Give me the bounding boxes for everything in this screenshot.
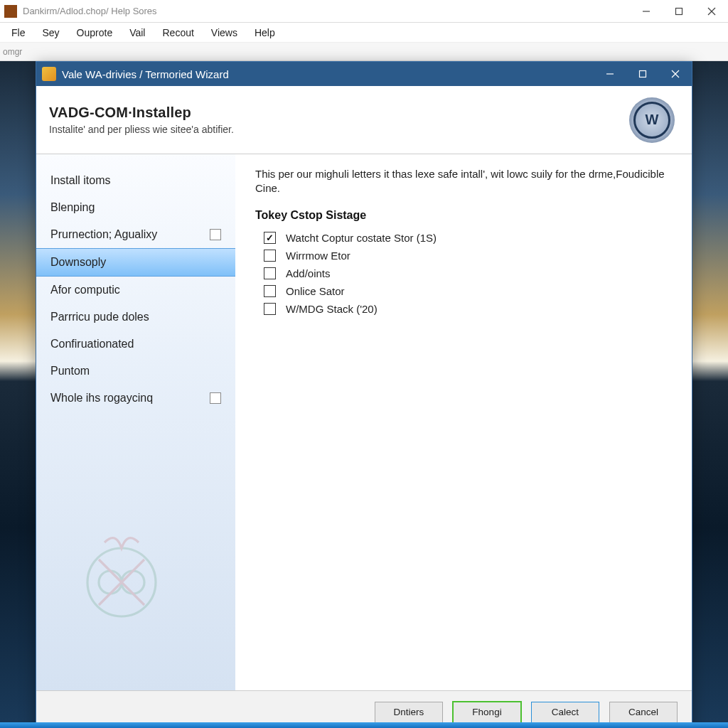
wizard-title: Vale WA-drivies / Termoried Wizard [62, 68, 594, 80]
sidebar-item-label: Puntom [50, 365, 90, 378]
sidebar-item-label: Downsoply [50, 256, 106, 269]
wizard-sidebar: Install itoms Blenping Prurnection; Agua… [36, 154, 235, 690]
section-title: Tokey Cstop Sistage [255, 209, 672, 222]
option-label: Add/oints [286, 267, 331, 279]
app-icon [4, 5, 17, 18]
toolbar-left-label: omgr [3, 47, 22, 57]
svg-point-9 [99, 571, 122, 594]
close-button[interactable] [695, 1, 728, 22]
sidebar-item-afor-computic[interactable]: Afor computic [36, 277, 235, 304]
sidebar-item-prurnection[interactable]: Prurnection; Agualixy [36, 221, 235, 248]
minimize-button[interactable] [630, 1, 663, 22]
menu-sey[interactable]: Sey [33, 25, 68, 41]
checkbox-icon[interactable] [264, 250, 276, 262]
sidebar-item-label: Parrricu pude doles [50, 311, 149, 323]
sidebar-item-label: Whole ihs rogaycinq [50, 392, 153, 405]
checkbox-icon[interactable] [264, 232, 276, 244]
sidebar-item-label: Prurnection; Agualixy [50, 228, 157, 241]
sidebar-watermark-icon [65, 520, 178, 633]
application-window: Dankirm/Adlod.chop/ Help Sores Fle Sey O… [0, 0, 728, 728]
outer-titlebar: Dankirm/Adlod.chop/ Help Sores [0, 0, 728, 23]
vw-logo-icon: W [629, 97, 675, 143]
wizard-minimize-button[interactable] [594, 63, 626, 85]
wizard-icon [42, 67, 56, 81]
taskbar [0, 722, 728, 728]
sidebar-item-label: Afor computic [50, 284, 120, 296]
option-label: Wirrmow Etor [286, 250, 350, 262]
wizard-close-button[interactable] [659, 63, 692, 85]
option-label: Watcht Coptur costate Stor (1S) [286, 232, 437, 244]
wizard-header: VADG-COM·Installep Instalite' and per pl… [36, 86, 692, 154]
option-row[interactable]: W/MDG Stack ('20) [255, 300, 672, 318]
sidebar-item-label: Confiruationated [50, 338, 134, 350]
sidebar-checkbox-icon [210, 229, 221, 240]
sidebar-item-downsoply[interactable]: Downsoply [36, 248, 235, 277]
wizard-body: Install itoms Blenping Prurnection; Agua… [36, 154, 692, 690]
outer-window-title: Dankirm/Adlod.chop/ Help Sores [21, 6, 630, 16]
sidebar-item-label: Install itoms [50, 174, 110, 187]
option-row[interactable]: Add/oints [255, 264, 672, 282]
wizard-window-controls [594, 63, 692, 85]
menu-file[interactable]: Fle [3, 25, 33, 41]
cancel-button[interactable]: Cancel [609, 702, 678, 723]
outer-window-controls [630, 1, 728, 22]
sidebar-item-blenping[interactable]: Blenping [36, 194, 235, 221]
option-row[interactable]: Wirrmow Etor [255, 247, 672, 264]
sidebar-item-install-itoms[interactable]: Install itoms [36, 167, 235, 194]
desktop-area: Vale WA-drivies / Termoried Wizard VADG-… [0, 61, 728, 728]
menu-help[interactable]: Help [246, 25, 284, 41]
vw-logo-text: W [633, 102, 670, 139]
wizard-main-panel: This per our mighuli letters it thas lex… [235, 154, 692, 690]
menu-views[interactable]: Views [203, 25, 246, 41]
dntiers-button[interactable]: Dntiers [375, 702, 443, 723]
sidebar-item-whole-ihs[interactable]: Whole ihs rogaycinq [36, 385, 235, 412]
wizard-maximize-button[interactable] [626, 63, 659, 85]
fhongi-button[interactable]: Fhongi [453, 702, 521, 723]
checkbox-icon[interactable] [264, 285, 276, 297]
sidebar-checkbox-icon [210, 392, 221, 404]
wizard-header-subtitle: Instalite' and per pliess wie sitee'a ab… [49, 124, 629, 135]
outer-toolbar: omgr [0, 43, 728, 61]
svg-rect-1 [676, 8, 682, 14]
wizard-header-title: VADG-COM·Installep [49, 105, 629, 121]
option-label: W/MDG Stack ('20) [286, 303, 378, 315]
menu-ouprote[interactable]: Ouprote [68, 25, 122, 41]
calect-button[interactable]: Calect [531, 702, 599, 723]
wizard-window: Vale WA-drivies / Termoried Wizard VADG-… [36, 61, 692, 728]
option-label: Onlice Sator [286, 285, 345, 297]
maximize-button[interactable] [663, 1, 695, 22]
checkbox-icon[interactable] [264, 303, 276, 315]
outer-menubar: Fle Sey Ouprote Vail Recout Views Help [0, 23, 728, 43]
menu-recout[interactable]: Recout [154, 25, 202, 41]
svg-rect-5 [640, 71, 646, 77]
checkbox-icon[interactable] [264, 267, 276, 279]
svg-point-10 [122, 571, 144, 594]
wizard-header-text: VADG-COM·Installep Instalite' and per pl… [49, 105, 629, 135]
option-row[interactable]: Onlice Sator [255, 282, 672, 300]
sidebar-item-puntom[interactable]: Puntom [36, 358, 235, 385]
sidebar-item-parrricu[interactable]: Parrricu pude doles [36, 304, 235, 331]
sidebar-item-label: Blenping [50, 201, 95, 214]
main-description: This per our mighuli letters it thas lex… [255, 167, 672, 196]
sidebar-item-confiruationated[interactable]: Confiruationated [36, 331, 235, 358]
wizard-titlebar: Vale WA-drivies / Termoried Wizard [36, 62, 692, 86]
option-row[interactable]: Watcht Coptur costate Stor (1S) [255, 229, 672, 247]
menu-vail[interactable]: Vail [121, 25, 154, 41]
